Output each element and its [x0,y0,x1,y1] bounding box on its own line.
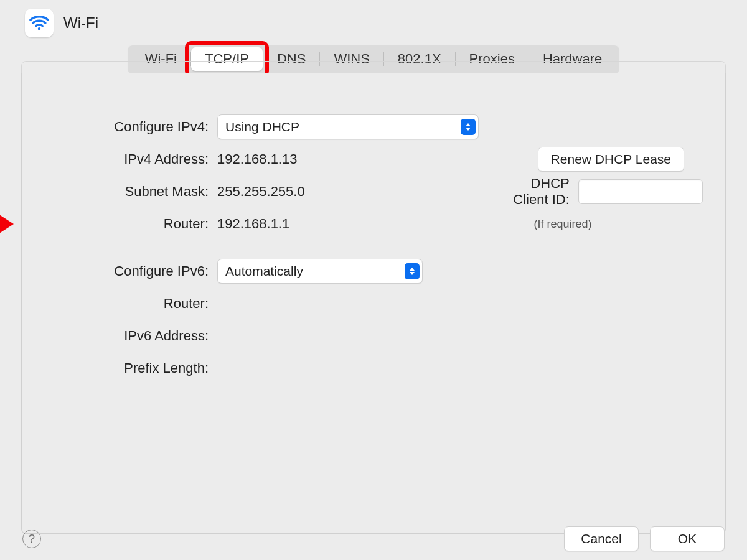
ipv4-router-label: Router: [22,216,209,232]
ipv4-address-value: 192.168.1.13 [217,151,485,167]
dialog-footer: ? Cancel OK [0,526,747,551]
configure-ipv6-value: Automatically [225,264,303,279]
svg-marker-2 [0,213,14,235]
svg-point-0 [38,27,41,30]
configure-ipv6-label: Configure IPv6: [22,263,209,279]
ipv4-address-label: IPv4 Address: [22,151,209,167]
prefix-length-label: Prefix Length: [22,360,209,376]
ipv4-router-value: 192.168.1.1 [217,216,485,232]
dhcp-client-id-label: DHCP Client ID: [494,175,570,208]
wifi-icon [25,9,54,37]
configure-ipv6-dropdown[interactable]: Automatically [217,259,423,284]
cancel-button[interactable]: Cancel [564,526,639,551]
tab-bar: Wi-Fi TCP/IP DNS WINS 802.1X Proxies Har… [128,45,620,73]
configure-ipv4-value: Using DHCP [225,119,299,134]
configure-ipv4-label: Configure IPv4: [22,119,209,135]
tab-proxies[interactable]: Proxies [456,47,529,71]
chevron-up-down-icon [461,119,476,135]
ok-button[interactable]: OK [650,526,725,551]
dhcp-client-id-hint: (If required) [533,218,591,231]
tab-wins[interactable]: WINS [320,47,383,71]
window-header: Wi-Fi [0,0,747,41]
ipv6-router-label: Router: [22,296,209,312]
chevron-up-down-icon [405,263,420,279]
dhcp-client-id-input[interactable] [578,179,703,204]
tab-dns[interactable]: DNS [263,47,319,71]
tab-8021x[interactable]: 802.1X [384,47,455,71]
window-title: Wi-Fi [63,14,98,32]
subnet-mask-label: Subnet Mask: [22,184,209,200]
annotation-arrow-icon [0,209,15,242]
tab-hardware[interactable]: Hardware [529,47,616,71]
ipv6-address-label: IPv6 Address: [22,328,209,344]
renew-dhcp-lease-button[interactable]: Renew DHCP Lease [538,147,684,172]
tab-tcpip[interactable]: TCP/IP [191,47,263,71]
tab-wifi[interactable]: Wi-Fi [131,47,190,71]
configure-ipv4-dropdown[interactable]: Using DHCP [217,114,479,139]
help-button[interactable]: ? [22,530,41,548]
settings-panel: Configure IPv4: Using DHCP IPv4 Address:… [21,73,726,534]
subnet-mask-value: 255.255.255.0 [217,184,485,200]
